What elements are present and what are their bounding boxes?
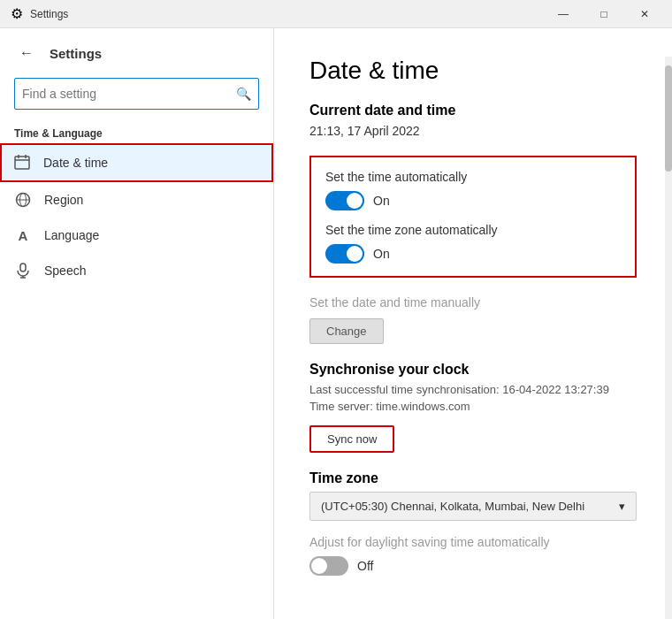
auto-timezone-value: On: [373, 247, 390, 261]
date-time-icon: [13, 154, 31, 172]
settings-window: ⚙ Settings — □ ✕ ← Settings 🔍: [0, 0, 672, 619]
daylight-label: Adjust for daylight saving time automati…: [309, 535, 637, 549]
auto-time-setting: Set the time automatically On: [325, 170, 621, 210]
titlebar: ⚙ Settings — □ ✕: [0, 0, 672, 28]
maximize-button[interactable]: □: [584, 0, 624, 28]
section-label: Time & Language: [0, 120, 273, 143]
daylight-section: Adjust for daylight saving time automati…: [309, 535, 637, 576]
main-panel: Date & time Current date and time 21:13,…: [274, 28, 672, 613]
svg-rect-7: [20, 264, 26, 271]
minimize-button[interactable]: —: [543, 0, 584, 28]
current-datetime: 21:13, 17 April 2022: [309, 124, 637, 138]
change-button[interactable]: Change: [309, 318, 384, 344]
sidebar-item-label-region: Region: [44, 193, 83, 207]
auto-time-toggle-row: On: [325, 191, 621, 210]
timezone-section: Time zone (UTC+05:30) Chennai, Kolkata, …: [309, 470, 637, 521]
current-date-heading: Current date and time: [309, 103, 637, 118]
chevron-down-icon: ▾: [619, 500, 625, 513]
timezone-label: Time zone: [309, 470, 637, 486]
manual-label: Set the date and time manually: [309, 295, 637, 310]
manual-section: Set the date and time manually Change: [309, 295, 637, 344]
main-wrapper: Date & time Current date and time 21:13,…: [274, 28, 672, 619]
region-icon: [14, 191, 32, 209]
sidebar-item-label-date-time: Date & time: [43, 156, 108, 170]
daylight-toggle-row: Off: [309, 556, 637, 576]
scrollbar-thumb[interactable]: [665, 65, 672, 172]
scrollbar-track: [665, 57, 672, 619]
search-icon: 🔍: [236, 87, 251, 101]
svg-rect-0: [15, 157, 29, 169]
sidebar: ← Settings 🔍 Time & Language: [0, 28, 274, 619]
auto-timezone-toggle[interactable]: [325, 244, 364, 264]
back-button[interactable]: ←: [14, 41, 39, 65]
auto-timezone-setting: Set the time zone automatically On: [325, 223, 621, 264]
sync-info-line2: Time server: time.windows.com: [309, 400, 637, 413]
close-button[interactable]: ✕: [624, 0, 665, 28]
auto-settings-box: Set the time automatically On Set the ti…: [309, 156, 637, 278]
sync-now-button[interactable]: Sync now: [309, 425, 394, 453]
back-icon: ←: [19, 45, 34, 61]
timezone-dropdown[interactable]: (UTC+05:30) Chennai, Kolkata, Mumbai, Ne…: [309, 492, 637, 521]
speech-icon: [14, 262, 32, 279]
auto-time-label: Set the time automatically: [325, 170, 621, 184]
search-input[interactable]: [22, 87, 231, 101]
content-area: ← Settings 🔍 Time & Language: [0, 28, 672, 619]
language-icon: A: [14, 226, 32, 244]
sync-section: Synchronise your clock Last successful t…: [309, 362, 637, 453]
sidebar-item-region[interactable]: Region: [0, 182, 273, 218]
search-container: 🔍: [0, 74, 273, 120]
sidebar-title: Settings: [50, 46, 102, 61]
daylight-value: Off: [357, 559, 373, 573]
app-icon: ⚙: [11, 5, 23, 22]
titlebar-controls: — □ ✕: [543, 0, 665, 28]
sidebar-item-speech[interactable]: Speech: [0, 253, 273, 288]
sidebar-item-date-time[interactable]: Date & time: [0, 143, 273, 182]
auto-time-value: On: [373, 194, 390, 208]
sidebar-item-label-speech: Speech: [44, 264, 86, 278]
titlebar-title: Settings: [30, 8, 68, 20]
search-box[interactable]: 🔍: [14, 78, 259, 110]
sync-info-line1: Last successful time synchronisation: 16…: [309, 383, 637, 396]
timezone-value: (UTC+05:30) Chennai, Kolkata, Mumbai, Ne…: [321, 500, 584, 513]
auto-time-toggle[interactable]: [325, 191, 364, 210]
sidebar-header: ← Settings: [0, 28, 273, 74]
sync-heading: Synchronise your clock: [309, 362, 637, 378]
auto-timezone-label: Set the time zone automatically: [325, 223, 621, 237]
page-title: Date & time: [309, 57, 637, 85]
sidebar-item-label-language: Language: [44, 228, 99, 242]
auto-timezone-toggle-row: On: [325, 244, 621, 264]
sidebar-item-language[interactable]: A Language: [0, 218, 273, 253]
daylight-toggle[interactable]: [309, 556, 348, 576]
titlebar-left: ⚙ Settings: [11, 5, 68, 22]
